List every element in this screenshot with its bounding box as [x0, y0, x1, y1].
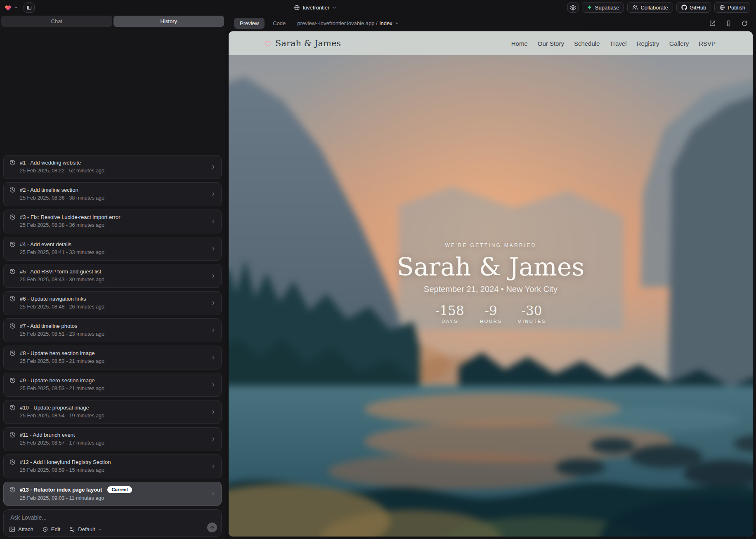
history-item[interactable]: #11 - Add brunch event 25 Feb 2025, 08:5… — [3, 427, 222, 451]
nav-link-schedule[interactable]: Schedule — [574, 40, 600, 47]
history-clock-icon — [9, 323, 16, 329]
globe-icon — [294, 5, 300, 11]
preview-panel: Preview Code preview--lovefrontier.lovab… — [229, 15, 753, 537]
history-item[interactable]: #6 - Update navigation links 25 Feb 2025… — [3, 291, 222, 315]
collaborate-label: Collaborate — [640, 5, 668, 11]
site-header: Sarah & James HomeOur StoryScheduleTrave… — [229, 31, 753, 55]
history-clock-icon — [9, 405, 16, 411]
history-item[interactable]: #12 - Add Honeyfund Registry Section 25 … — [3, 454, 222, 478]
chat-composer: Attach Edit Default — [3, 509, 222, 537]
history-item[interactable]: #8 - Update hero section image 25 Feb 20… — [3, 346, 222, 370]
preview-url[interactable]: preview--lovefrontier.lovable.app / inde… — [297, 20, 399, 26]
chevron-right-icon — [210, 491, 216, 497]
countdown-days-value: -158 — [435, 304, 464, 318]
attach-button[interactable]: Attach — [9, 526, 33, 532]
preview-url-page: index — [380, 20, 392, 26]
history-clock-icon — [9, 459, 16, 465]
mobile-view-button[interactable] — [725, 20, 732, 26]
countdown-days-label: DAYS — [435, 319, 464, 324]
nav-link-gallery[interactable]: Gallery — [669, 40, 689, 47]
sidebar-toggle-button[interactable] — [24, 2, 35, 13]
globe-icon — [719, 5, 725, 10]
tab-preview[interactable]: Preview — [234, 18, 265, 29]
nav-link-our-story[interactable]: Our Story — [538, 40, 564, 47]
history-item-title: #6 - Update navigation links — [20, 296, 86, 302]
nav-link-home[interactable]: Home — [511, 40, 528, 47]
tab-code[interactable]: Code — [269, 20, 289, 26]
history-item[interactable]: #2 - Add timeline section 25 Feb 2025, 0… — [3, 182, 222, 206]
countdown-days: -158 DAYS — [435, 304, 464, 324]
ask-lovable-input[interactable] — [9, 513, 200, 524]
history-clock-icon — [9, 214, 16, 220]
project-name: lovefrontier — [303, 5, 329, 11]
history-item-timestamp: 25 Feb 2025, 08:36 - 38 minutes ago — [20, 195, 215, 201]
history-item-timestamp: 25 Feb 2025, 08:57 - 17 minutes ago — [20, 440, 215, 446]
history-item[interactable]: #13 - Refactor index page layout Current… — [3, 482, 222, 506]
send-button[interactable] — [207, 523, 217, 532]
sidebar: Chat History #1 - Add wedding website 25… — [0, 15, 225, 539]
countdown-hours: -9 HOURS — [480, 304, 502, 324]
current-badge: Current — [107, 486, 132, 493]
history-item[interactable]: #5 - Add RSVP form and guest list 25 Feb… — [3, 264, 222, 288]
edit-button[interactable]: Edit — [42, 526, 60, 532]
open-external-button[interactable] — [709, 20, 716, 26]
chevron-right-icon — [210, 327, 216, 333]
history-item-title: #2 - Add timeline section — [20, 187, 78, 193]
history-item-timestamp: 25 Feb 2025, 08:53 - 21 minutes ago — [20, 358, 215, 364]
nav-link-travel[interactable]: Travel — [610, 40, 626, 47]
history-item[interactable]: #9 - Update hero section image 25 Feb 20… — [3, 373, 222, 397]
settings-button[interactable] — [567, 2, 579, 13]
refresh-button[interactable] — [742, 20, 748, 26]
history-item-title: #8 - Update hero section image — [20, 350, 94, 356]
countdown-hours-label: HOURS — [480, 319, 502, 324]
mode-select[interactable]: Default — [69, 526, 102, 532]
chevron-right-icon — [210, 273, 216, 279]
sliders-icon — [69, 526, 75, 532]
history-item-title: #11 - Add brunch event — [20, 432, 75, 438]
users-icon — [632, 5, 638, 10]
history-item-timestamp: 25 Feb 2025, 08:54 - 19 minutes ago — [20, 413, 215, 419]
chevron-down-icon — [14, 5, 18, 10]
history-item-title: #12 - Add Honeyfund Registry Section — [20, 459, 111, 465]
chevron-right-icon — [210, 246, 216, 252]
project-switcher[interactable]: lovefrontier — [294, 0, 337, 15]
history-item-timestamp: 25 Feb 2025, 08:38 - 36 minutes ago — [20, 222, 215, 228]
lovable-logo-menu[interactable] — [4, 4, 18, 12]
edit-label: Edit — [51, 526, 60, 532]
app-window: lovefrontier Supabase Collaborate GitHub… — [0, 0, 756, 539]
history-item-title: #9 - Update hero section image — [20, 377, 94, 384]
github-label: GitHub — [690, 5, 706, 11]
publish-button[interactable]: Publish — [714, 2, 750, 13]
site-logo[interactable]: Sarah & James — [264, 31, 341, 55]
chevron-right-icon — [210, 164, 216, 170]
nav-link-registry[interactable]: Registry — [637, 40, 659, 47]
nav-link-rsvp[interactable]: RSVP — [699, 40, 716, 47]
chevron-down-icon — [98, 527, 102, 532]
countdown: -158 DAYS -9 HOURS -30 MINUTES — [397, 304, 585, 324]
history-item-timestamp: 25 Feb 2025, 08:59 - 15 minutes ago — [20, 467, 215, 473]
history-item[interactable]: #3 - Fix: Resolve Lucide-react import er… — [3, 209, 222, 233]
github-icon — [681, 5, 687, 10]
history-item[interactable]: #10 - Update proposal image 25 Feb 2025,… — [3, 400, 222, 424]
history-item-title: #3 - Fix: Resolve Lucide-react import er… — [20, 214, 120, 220]
history-item[interactable]: #1 - Add wedding website 25 Feb 2025, 08… — [3, 155, 222, 179]
github-button[interactable]: GitHub — [676, 2, 711, 13]
heart-icon — [264, 40, 272, 47]
site-logo-text: Sarah & James — [275, 38, 341, 48]
lovable-heart-icon — [4, 4, 12, 12]
collaborate-button[interactable]: Collaborate — [627, 2, 673, 13]
history-item-title: #13 - Refactor index page layout — [20, 487, 102, 493]
chevron-right-icon — [210, 436, 216, 442]
supabase-button[interactable]: Supabase — [582, 2, 624, 13]
hero-section: WE'RE GETTING MARRIED Sarah & James Sept… — [397, 242, 585, 324]
panel-left-icon — [26, 5, 32, 11]
history-item-timestamp: 25 Feb 2025, 08:53 - 21 minutes ago — [20, 386, 215, 391]
tab-history[interactable]: History — [113, 16, 224, 27]
history-item-timestamp: 25 Feb 2025, 08:51 - 23 minutes ago — [20, 331, 215, 337]
tab-chat[interactable]: Chat — [1, 16, 112, 27]
history-item[interactable]: #4 - Add event details 25 Feb 2025, 08:4… — [3, 237, 222, 261]
history-item[interactable]: #7 - Add timeline photos 25 Feb 2025, 08… — [3, 318, 222, 342]
history-clock-icon — [9, 241, 16, 247]
history-item-timestamp: 25 Feb 2025, 08:41 - 33 minutes ago — [20, 249, 215, 255]
history-clock-icon — [9, 160, 16, 166]
